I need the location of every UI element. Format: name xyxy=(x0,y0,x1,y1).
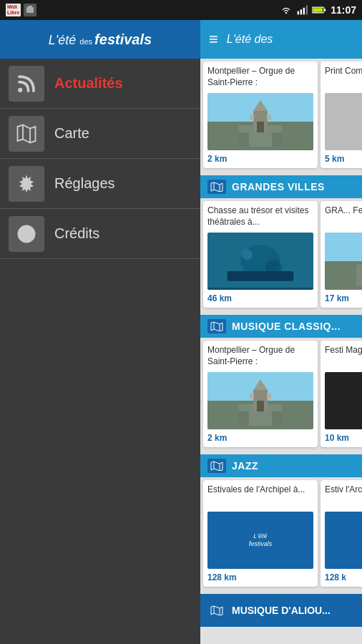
midi-libre-badge: MidiLibre xyxy=(6,4,21,17)
app-logo-text-1: L'étéfestivals xyxy=(249,532,273,548)
jazz-cards: Estivales de l'Archipel à... L'étéfestiv… xyxy=(200,477,362,590)
status-right-icons: ⚡ 11:07 xyxy=(280,4,356,16)
signal-icon xyxy=(296,5,308,15)
app-logo-image-1: L'étéfestivals xyxy=(207,512,313,569)
music-image xyxy=(325,372,362,429)
bottom-section-bar: MUSIQUE D'ALIOU... xyxy=(200,594,362,627)
gv-card-2-distance: 17 km xyxy=(325,293,362,303)
svg-rect-3 xyxy=(298,11,299,15)
svg-point-31 xyxy=(242,249,253,260)
gv-card-2-image xyxy=(325,233,362,290)
grandes-villes-cards: Chasse au trésor et visites théâtrales à… xyxy=(200,198,362,311)
church-image-1 xyxy=(207,93,313,150)
jazz-icon xyxy=(207,459,226,473)
musique-classique-cards: Montpellier – Orgue de Saint-Pierre : xyxy=(200,338,362,450)
top-card-2-image xyxy=(325,93,362,150)
mc-card-2-image xyxy=(325,372,362,429)
sidebar-item-carte[interactable]: Carte xyxy=(0,109,200,159)
section-jazz: JAZZ Estivales de l'Archipel à... L'étéf… xyxy=(200,454,362,590)
svg-text:⚡: ⚡ xyxy=(314,9,318,14)
mc-card-1-title: Montpellier – Orgue de Saint-Pierre : xyxy=(207,345,313,368)
app-logo-image-2: L'étéfestivals xyxy=(325,512,362,569)
svg-marker-38 xyxy=(211,322,222,331)
sidebar-item-credits[interactable]: © Crédits xyxy=(0,209,200,259)
rss-icon xyxy=(16,73,37,94)
musique-classique-title: MUSIQUE CLASSIQ... xyxy=(232,321,341,332)
logo-lete: L'été xyxy=(49,33,79,47)
sidebar-label-reglages: Réglages xyxy=(54,175,115,192)
mc-card-2[interactable]: Festi Mag... 10 km xyxy=(321,341,362,447)
svg-marker-49 xyxy=(211,462,222,471)
jazz-card-1-title: Estivales de l'Archipel à... xyxy=(207,484,313,507)
map-icon-small xyxy=(210,182,223,192)
content-area: Actualités Carte xyxy=(0,59,362,644)
bottom-section-title: MUSIQUE D'ALIOU... xyxy=(232,605,331,616)
bottom-section-icon xyxy=(207,603,226,618)
status-time: 11:07 xyxy=(331,4,356,16)
app-container: L'été des festivals ≡ L'été des Actualit… xyxy=(0,20,362,644)
grandes-villes-card-2[interactable]: GRA... Festi arch à La... xyxy=(321,201,362,308)
mc-card-1[interactable]: Montpellier – Orgue de Saint-Pierre : xyxy=(203,341,318,447)
church-image-3 xyxy=(207,372,313,429)
logo-des: des xyxy=(79,37,94,46)
church-svg-3 xyxy=(239,376,282,426)
sidebar-item-reglages[interactable]: Réglages xyxy=(0,159,200,209)
svg-rect-24 xyxy=(239,132,249,147)
church-svg xyxy=(239,97,282,147)
svg-rect-46 xyxy=(267,394,271,399)
app-header: L'été des festivals ≡ L'été des xyxy=(0,20,362,59)
main-content[interactable]: Montpellier – Orgue de Saint-Pierre : xyxy=(200,59,362,644)
map-icon-bottom xyxy=(210,605,223,615)
grandes-villes-header: GRANDES VILLES xyxy=(200,175,362,198)
svg-rect-23 xyxy=(267,114,271,120)
mc-card-2-distance: 10 km xyxy=(325,433,362,443)
jazz-card-1[interactable]: Estivales de l'Archipel à... L'étéfestiv… xyxy=(203,480,318,587)
sidebar-icon-actualites xyxy=(9,66,44,102)
top-card-1-image xyxy=(207,93,313,150)
top-cards-row: Montpellier – Orgue de Saint-Pierre : xyxy=(200,59,362,171)
svg-rect-44 xyxy=(257,401,264,411)
svg-marker-43 xyxy=(253,379,268,390)
app-icon xyxy=(24,4,36,16)
gear-icon xyxy=(16,173,37,195)
top-card-2-title: Print Com... xyxy=(325,66,362,89)
sidebar-icon-reglages xyxy=(9,166,44,202)
sidebar-label-credits: Crédits xyxy=(54,225,99,242)
svg-rect-47 xyxy=(239,411,249,426)
svg-rect-4 xyxy=(300,9,302,14)
svg-rect-33 xyxy=(228,271,294,281)
grandes-villes-icon xyxy=(207,180,226,194)
top-card-1-title: Montpellier – Orgue de Saint-Pierre : xyxy=(207,66,313,89)
copyright-icon: © xyxy=(16,223,37,245)
top-card-2[interactable]: Print Com... 5 km xyxy=(321,62,362,168)
svg-point-2 xyxy=(285,12,287,14)
top-card-1-distance: 2 km xyxy=(207,154,313,164)
svg-rect-21 xyxy=(257,122,264,132)
mc-card-1-distance: 2 km xyxy=(207,433,313,443)
top-card-1[interactable]: Montpellier – Orgue de Saint-Pierre : xyxy=(203,62,318,168)
hamburger-menu-icon[interactable]: ≡ xyxy=(209,30,218,49)
sidebar: Actualités Carte xyxy=(0,59,200,644)
app-logo: L'été des festivals xyxy=(49,31,152,48)
sidebar-item-actualites[interactable]: Actualités xyxy=(0,59,200,109)
svg-marker-52 xyxy=(211,606,222,615)
grandes-villes-card-1[interactable]: Chasse au trésor et visites théâtrales à… xyxy=(203,201,318,308)
svg-rect-22 xyxy=(250,114,254,120)
jazz-title: JAZZ xyxy=(232,460,258,472)
svg-rect-8 xyxy=(324,9,326,11)
jazz-card-2-distance: 128 k xyxy=(325,572,362,582)
svg-marker-20 xyxy=(253,100,268,111)
svg-point-11 xyxy=(18,87,22,92)
jazz-card-2[interactable]: Estiv l'Archi... L'étéfestivals 128 k xyxy=(321,480,362,587)
jazz-card-2-image: L'étéfestivals xyxy=(325,512,362,569)
jazz-card-1-image: L'étéfestivals xyxy=(207,512,313,569)
sidebar-icon-credits: © xyxy=(9,216,44,252)
wifi-icon xyxy=(280,5,292,15)
gv-card-2-title: GRA... Festi arch à La... xyxy=(325,205,362,228)
print-image xyxy=(325,93,362,150)
svg-marker-12 xyxy=(18,125,36,142)
status-left-icons: MidiLibre xyxy=(6,4,36,17)
map-icon-mc xyxy=(210,321,223,331)
svg-rect-1 xyxy=(28,6,32,8)
church-svg-2 xyxy=(356,236,362,286)
